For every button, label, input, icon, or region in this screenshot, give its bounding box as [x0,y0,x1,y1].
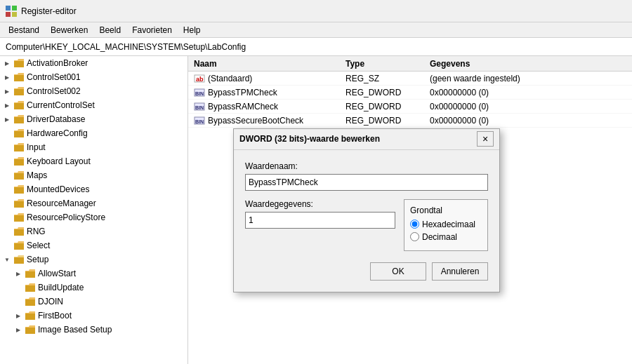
dialog-body: Waardenaam: Waardegegevens: Grondtal Hex… [234,150,499,292]
dialog-titlebar: DWORD (32 bits)-waarde bewerken × [234,129,499,150]
grondtal-area: Grondtal Hexadecimaal Decimaal [404,199,488,251]
tree-item-label: Setup [27,255,48,264]
grondtal-title: Grondtal [410,205,482,215]
edit-dialog: DWORD (32 bits)-waarde bewerken × Waarde… [233,128,500,292]
tree-item-label: MountedDevices [27,184,89,194]
tree-item-label: ControlSet002 [27,86,81,96]
dialog-bottom-row: Waardegegevens: Grondtal Hexadecimaal De… [245,199,488,251]
waardegegevens-label: Waardegegevens: [245,199,395,209]
col-naam-cell: BIN BypassTPMCheck [188,88,343,97]
menu-help[interactable]: Help [178,24,206,36]
tree-item[interactable]: BuildUpdate [0,281,187,295]
tree-item[interactable]: ▶ DriverDatabase [0,112,187,126]
tree-item[interactable]: ▶ CurrentControlSet [0,98,187,112]
expand-icon: ▶ [14,311,22,320]
tree-item[interactable]: Select [0,238,187,252]
folder-icon [13,184,25,194]
waardenaam-label: Waardenaam: [245,161,488,171]
dialog-buttons: OK Annuleren [245,262,488,281]
value-naam: (Standaard) [208,74,252,83]
svg-text:ab: ab [196,76,204,83]
expand-icon: ▶ [3,59,11,67]
svg-rect-2 [6,12,11,17]
values-header: Naam Type Gegevens [188,56,632,72]
tree-item[interactable]: RNG [0,224,187,238]
waardenaam-field: Waardenaam: [245,161,488,191]
ok-button[interactable]: OK [370,262,426,281]
folder-icon [13,58,25,68]
tree-item[interactable]: ResourceManager [0,196,187,210]
svg-rect-3 [12,12,17,17]
value-row[interactable]: BIN BypassRAMCheck REG_DWORD 0x00000000 … [188,100,632,114]
radio-hexadecimaal[interactable]: Hexadecimaal [410,220,482,229]
col-type-cell: REG_DWORD [343,116,427,126]
radio-hex-input[interactable] [410,220,419,229]
title-bar: Register-editor [0,0,632,22]
tree-item[interactable]: HardwareConfig [0,126,187,140]
col-gegevens-cell: 0x00000000 (0) [427,116,632,126]
tree-item-label: HardwareConfig [27,128,88,138]
value-row[interactable]: BIN BypassSecureBootCheck REG_DWORD 0x00… [188,114,632,128]
tree-item[interactable]: ▶ ActivationBroker [0,56,187,70]
sz-icon: ab [194,74,205,83]
radio-decimaal[interactable]: Decimaal [410,232,482,242]
tree-item-label: DJOIN [38,297,63,306]
col-type-cell: REG_DWORD [343,102,427,112]
menu-bar: Bestand Bewerken Beeld Favorieten Help [0,22,632,38]
folder-icon [13,255,25,264]
waardegegevens-input[interactable] [245,212,395,229]
tree-item[interactable]: DJOIN [0,295,187,309]
menu-favorieten[interactable]: Favorieten [126,24,178,36]
tree-item[interactable]: ResourcePolicyStore [0,210,187,224]
value-row[interactable]: BIN BypassTPMCheck REG_DWORD 0x00000000 … [188,86,632,100]
radio-dec-input[interactable] [410,232,419,241]
expand-icon: ▶ [3,101,11,109]
folder-icon [25,269,36,278]
col-naam-cell: BIN BypassSecureBootCheck [188,116,343,126]
value-naam: BypassSecureBootCheck [208,116,303,126]
main-content: ▶ ActivationBroker ▶ ControlSet001 ▶ Con… [0,56,632,364]
svg-text:BIN: BIN [195,91,204,96]
tree-item-label: ActivationBroker [27,58,88,68]
tree-item[interactable]: ▶ AllowStart [0,267,187,281]
tree-item[interactable]: Keyboard Layout [0,154,187,168]
dialog-close-button[interactable]: × [477,131,494,147]
menu-beeld[interactable]: Beeld [93,24,126,36]
tree-item-label: AllowStart [38,269,76,278]
tree-item[interactable]: ▶ Image Based Setup [0,323,187,337]
tree-item-label: BuildUpdate [38,283,84,292]
expand-icon: ▶ [3,87,11,95]
value-naam: BypassTPMCheck [208,88,277,97]
folder-icon [25,283,36,292]
annuleren-button[interactable]: Annuleren [432,262,488,281]
expand-icon: ▶ [3,73,11,81]
tree-item[interactable]: ▶ ControlSet002 [0,84,187,98]
folder-icon [13,213,25,222]
col-type-header: Type [343,59,427,69]
tree-item-label: FirstBoot [38,311,72,321]
folder-icon [25,311,36,321]
value-row[interactable]: ab (Standaard) REG_SZ (geen waarde inges… [188,72,632,86]
tree-item[interactable]: ▶ FirstBoot [0,309,187,323]
tree-item-label: Maps [27,170,47,180]
svg-rect-1 [12,6,17,11]
folder-icon [13,100,25,110]
folder-icon [13,156,25,166]
expand-icon: ▶ [14,269,22,278]
tree-item-label: RNG [27,227,46,236]
tree-item[interactable]: Input [0,140,187,154]
col-naam-cell: BIN BypassRAMCheck [188,102,343,112]
col-gegevens-cell: 0x00000000 (0) [427,88,632,97]
tree-item-setup[interactable]: ▼ Setup [0,252,187,267]
expand-icon: ▶ [3,115,11,123]
tree-item[interactable]: MountedDevices [0,182,187,196]
col-type-cell: REG_SZ [343,74,427,83]
menu-bestand[interactable]: Bestand [3,24,45,36]
menu-bewerken[interactable]: Bewerken [45,24,93,36]
waardegegevens-area: Waardegegevens: [245,199,395,229]
tree-item[interactable]: Maps [0,168,187,182]
dword-icon: BIN [194,88,205,97]
waardenaam-input[interactable] [245,174,488,191]
tree-item[interactable]: ▶ ControlSet001 [0,70,187,84]
app-icon [6,6,17,17]
